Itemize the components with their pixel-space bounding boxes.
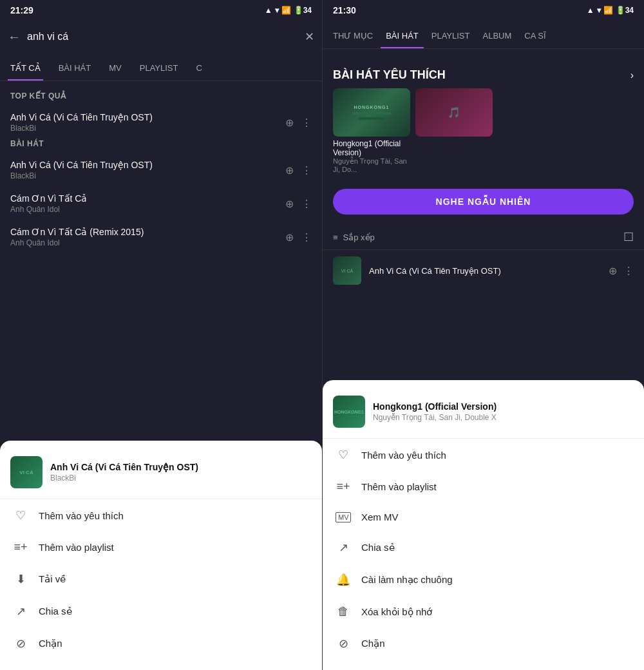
download-label: Tải về (39, 573, 66, 585)
more-options-icon[interactable]: ⋮ (301, 117, 312, 129)
song-artist: Anh Quân Idol (10, 205, 285, 214)
right-time: 21:30 (333, 5, 356, 15)
tab-album[interactable]: ALBUM (477, 24, 516, 48)
add-queue-icon[interactable]: ⊕ (285, 164, 294, 177)
favorites-arrow-icon: › (630, 70, 634, 81)
search-tabs: TẤT CẢ BÀI HÁT MV PLAYLIST C (0, 53, 322, 81)
song-title: Anh Vi Cá (Vi Cá Tiên Truyện OST) (10, 160, 285, 170)
context-song-header: VI CÁ Anh Vi Cá (Vi Cá Tiên Truyện OST) … (0, 451, 322, 499)
list-item[interactable]: Cám Ơn Vì Tất Cả Anh Quân Idol ⊕ ⋮ (0, 187, 322, 220)
add-favorite-item[interactable]: ♡ Thêm vào yêu thích (0, 499, 322, 531)
right-share-item[interactable]: ↗ Chia sẻ (323, 531, 644, 564)
featured-songs-scroll: HONGKONG1 Hongkong1 (Official Version) N… (323, 88, 644, 184)
add-queue-icon[interactable]: ⊕ (285, 198, 294, 210)
left-panel: 21:29 ▲ ▾ 📶 🔋34 ← ✕ TẤT CẢ BÀI HÁT MV PL… (0, 0, 322, 670)
top-result-actions: ⊕ ⋮ (285, 117, 312, 129)
left-context-menu: VI CÁ Anh Vi Cá (Vi Cá Tiên Truyện OST) … (0, 441, 322, 670)
song-title: Cám Ơn Vì Tất Cả (10, 193, 285, 204)
featured-song-title: Hongkong1 (Official Version) (333, 139, 410, 157)
favorites-header[interactable]: BÀI HÁT YÊU THÍCH › (323, 59, 644, 88)
add-playlist-label: Thêm vào playlist (39, 542, 114, 553)
ringtone-icon: 🔔 (336, 573, 351, 587)
add-favorite-label: Thêm vào yêu thích (39, 510, 124, 521)
right-share-icon: ↗ (336, 541, 351, 555)
song-artist: BlackBi (10, 171, 285, 180)
tab-bai-hat-right[interactable]: BÀI HÁT (381, 24, 424, 48)
shuffle-button[interactable]: NGHE NGẪU NHIÊN (333, 189, 634, 215)
add-playlist-icon: ≡+ (13, 541, 28, 554)
delete-from-storage-item[interactable]: 🗑 Xóa khỏi bộ nhớ (323, 596, 644, 627)
right-add-playlist-icon: ≡+ (336, 480, 351, 493)
more-options-icon[interactable]: ⋮ (301, 198, 312, 210)
watch-mv-label: Xem MV (361, 512, 399, 522)
right-song-thumbnail: VI CÁ (333, 256, 361, 285)
tab-playlist[interactable]: PLAYLIST (137, 57, 181, 81)
more-options-icon-right[interactable]: ⋮ (623, 265, 634, 277)
right-share-label: Chia sẻ (361, 542, 395, 553)
favorites-title: BÀI HÁT YÊU THÍCH (333, 68, 625, 82)
right-add-playlist-label: Thêm vào playlist (361, 481, 437, 492)
songs-section-label: BÀI HÁT (0, 139, 322, 153)
set-ringtone-label: Cài làm nhạc chuông (361, 574, 453, 586)
tab-ca-si[interactable]: CA SĨ (519, 24, 551, 48)
add-playlist-item[interactable]: ≡+ Thêm vào playlist (0, 531, 322, 563)
list-item[interactable]: Anh Vi Cá (Vi Cá Tiên Truyện OST) BlackB… (0, 153, 322, 187)
right-add-favorite-item[interactable]: ♡ Thêm vào yêu thích (323, 439, 644, 471)
song-title: Cám Ơn Vì Tất Cả (Remix 2015) (10, 227, 285, 237)
delete-icon: 🗑 (336, 605, 351, 618)
right-song-title: Anh Vi Cá (Vi Cá Tiên Truyện OST) (369, 266, 601, 276)
add-queue-icon[interactable]: ⊕ (285, 117, 294, 129)
select-all-icon[interactable]: ☐ (623, 230, 634, 244)
tab-bai-hat[interactable]: BÀI HÁT (56, 57, 94, 81)
right-block-item[interactable]: ⊘ Chặn (323, 627, 644, 660)
left-status-bar: 21:29 ▲ ▾ 📶 🔋34 (0, 0, 322, 21)
block-label: Chặn (39, 638, 62, 649)
sort-icon: ≡ (333, 233, 338, 242)
tab-more[interactable]: C (193, 57, 204, 81)
block-item[interactable]: ⊘ Chặn (0, 627, 322, 660)
set-ringtone-item[interactable]: 🔔 Cài làm nhạc chuông (323, 564, 644, 596)
right-heart-icon: ♡ (336, 448, 351, 462)
top-result-artist: BlackBi (10, 124, 285, 133)
share-item[interactable]: ↗ Chia sẻ (0, 595, 322, 627)
right-add-favorite-label: Thêm vào yêu thích (361, 450, 446, 461)
tab-tat-ca[interactable]: TẤT CẢ (8, 57, 43, 81)
top-result-info: Anh Vi Cá (Vi Cá Tiên Truyện OST) BlackB… (10, 112, 285, 133)
featured-song-thumbnail-2: 🎵 (415, 88, 493, 137)
share-label: Chia sẻ (39, 606, 72, 617)
search-bar: ← ✕ (0, 21, 322, 53)
back-button[interactable]: ← (8, 30, 21, 44)
left-time: 21:29 (10, 5, 33, 15)
song-artist: Anh Quân Idol (10, 238, 285, 247)
right-status-icons: ▲ ▾ 📶 🔋34 (587, 6, 634, 15)
block-icon: ⊘ (13, 636, 28, 651)
right-add-playlist-item[interactable]: ≡+ Thêm vào playlist (323, 471, 644, 503)
add-queue-icon[interactable]: ⊕ (285, 231, 294, 244)
more-options-icon[interactable]: ⋮ (301, 231, 312, 244)
delete-label: Xóa khỏi bộ nhớ (361, 606, 432, 618)
featured-song-artist: Nguyễn Trọng Tài, San Ji, Do... (333, 157, 410, 173)
featured-song-card-2[interactable]: 🎵 (415, 88, 493, 173)
download-item[interactable]: ⬇ Tải về (0, 563, 322, 595)
context-song-artist: BlackBi (50, 474, 198, 483)
top-result-item[interactable]: Anh Vi Cá (Vi Cá Tiên Truyện OST) BlackB… (0, 106, 322, 139)
tab-playlist-right[interactable]: PLAYLIST (426, 24, 475, 48)
featured-song-card[interactable]: HONGKONG1 Hongkong1 (Official Version) N… (333, 88, 410, 173)
right-context-song-artist: Nguyễn Trọng Tài, San Ji, Double X (373, 413, 497, 422)
more-options-icon[interactable]: ⋮ (301, 164, 312, 177)
add-queue-icon-right[interactable]: ⊕ (609, 265, 617, 277)
list-item[interactable]: Cám Ơn Vì Tất Cả (Remix 2015) Anh Quân I… (0, 220, 322, 254)
right-status-bar: 21:30 ▲ ▾ 📶 🔋34 (323, 0, 644, 21)
right-nav-tabs: THƯ MỤC BÀI HÁT PLAYLIST ALBUM CA SĨ (323, 21, 644, 49)
clear-search-button[interactable]: ✕ (305, 30, 314, 44)
right-context-menu: HONGKONG1 Hongkong1 (Official Version) N… (323, 380, 644, 670)
right-watch-mv-item[interactable]: MV Xem MV (323, 503, 644, 531)
sort-row[interactable]: ≡ Sắp xếp ☐ (323, 225, 644, 250)
share-icon: ↗ (13, 604, 28, 618)
tab-thu-muc[interactable]: THƯ MỤC (328, 24, 378, 48)
search-input[interactable] (27, 31, 298, 43)
featured-song-thumbnail: HONGKONG1 (333, 88, 410, 137)
tab-mv[interactable]: MV (106, 57, 124, 81)
right-song-item[interactable]: VI CÁ Anh Vi Cá (Vi Cá Tiên Truyện OST) … (323, 250, 644, 291)
sort-label: Sắp xếp (343, 233, 623, 242)
